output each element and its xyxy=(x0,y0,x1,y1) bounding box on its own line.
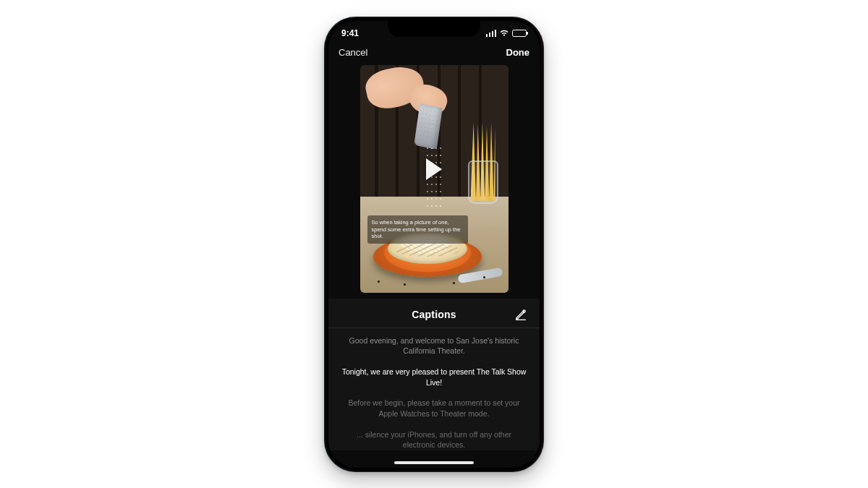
status-right-cluster xyxy=(486,29,527,37)
captions-list[interactable]: Good evening, and welcome to San Jose's … xyxy=(339,328,529,451)
phone-screen: 9:41 Cancel Done xyxy=(328,21,540,468)
nav-bar: Cancel Done xyxy=(328,44,540,64)
pepper-speck xyxy=(404,283,406,286)
edit-captions-button[interactable] xyxy=(514,307,528,322)
captions-heading: Captions xyxy=(412,309,456,320)
home-indicator[interactable] xyxy=(394,461,474,464)
play-icon[interactable] xyxy=(426,158,442,180)
phone-notch xyxy=(388,21,480,37)
pepper-speck xyxy=(453,282,455,284)
cellular-signal-icon xyxy=(486,30,497,37)
video-preview[interactable]: So when taking a picture of one, spend s… xyxy=(360,65,509,293)
phone-frame: 9:41 Cancel Done xyxy=(324,17,544,472)
caption-line[interactable]: Before we begin, please take a moment to… xyxy=(341,398,527,419)
caption-line[interactable]: ... silence your iPhones, and turn off a… xyxy=(341,429,527,450)
wifi-icon xyxy=(499,29,509,37)
pepper-speck xyxy=(378,281,380,283)
video-preview-container: So when taking a picture of one, spend s… xyxy=(328,64,540,299)
preview-spaghetti-jar xyxy=(467,124,500,204)
pencil-icon xyxy=(514,308,527,321)
captions-header: Captions xyxy=(339,306,529,328)
caption-line-active[interactable]: Tonight, we are very pleased to present … xyxy=(341,367,527,388)
video-overlay-caption: So when taking a picture of one, spend s… xyxy=(367,215,468,243)
battery-icon xyxy=(512,30,527,37)
cancel-button[interactable]: Cancel xyxy=(339,47,367,58)
stage: 9:41 Cancel Done xyxy=(0,0,868,488)
captions-panel: Captions Good evening, and welcome to Sa… xyxy=(328,299,540,451)
pepper-speck xyxy=(483,276,485,278)
caption-line[interactable]: Good evening, and welcome to San Jose's … xyxy=(341,335,527,356)
status-time: 9:41 xyxy=(341,28,359,38)
done-button[interactable]: Done xyxy=(506,47,530,58)
